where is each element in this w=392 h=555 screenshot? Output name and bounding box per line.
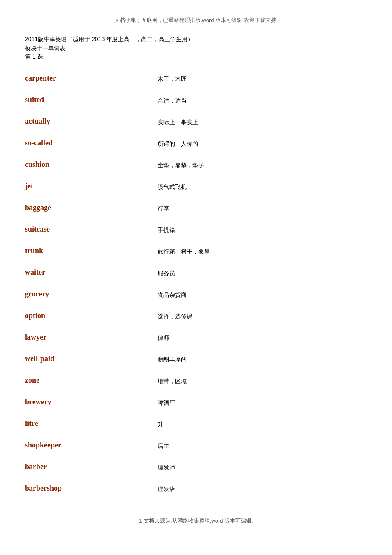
word-english: barbershop bbox=[25, 483, 133, 493]
word-english: suitcase bbox=[25, 224, 133, 234]
word-row: option选择，选修课 bbox=[25, 306, 367, 328]
word-chinese: 手提箱 bbox=[133, 224, 367, 234]
word-row: brewery啤酒厂 bbox=[25, 393, 367, 414]
word-chinese: 坐垫，靠垫，垫子 bbox=[133, 159, 367, 169]
word-chinese: 升 bbox=[133, 418, 367, 428]
word-chinese: 食品杂货商 bbox=[133, 289, 367, 299]
footer-note: 1 文档来源为:从网络收集整理.word 版本可编辑. bbox=[25, 517, 367, 525]
word-english: barber bbox=[25, 462, 133, 471]
word-chinese: 选择，选修课 bbox=[133, 311, 367, 320]
word-english: suited bbox=[25, 95, 133, 104]
word-english: well-paid bbox=[25, 354, 133, 363]
word-english: cushion bbox=[25, 159, 133, 169]
word-chinese: 理发店 bbox=[133, 483, 367, 493]
word-chinese: 地带，区域 bbox=[133, 375, 367, 385]
word-row: zone地带，区域 bbox=[25, 371, 367, 393]
word-row: waiter服务员 bbox=[25, 263, 367, 285]
word-row: actually实际上，事实上 bbox=[25, 112, 367, 134]
word-chinese: 木工，木匠 bbox=[133, 73, 367, 83]
word-chinese: 行李 bbox=[133, 203, 367, 213]
page: 文档收集于互联网，已重新整理排版.word 版本可编辑.欢迎下载支持. 2011… bbox=[0, 0, 392, 555]
word-chinese: 薪酬丰厚的 bbox=[133, 354, 367, 364]
word-english: option bbox=[25, 311, 133, 320]
word-english: carpenter bbox=[25, 73, 133, 83]
word-row: barbershop理发店 bbox=[25, 479, 367, 501]
word-list: carpenter木工，木匠suited合适，适当actually实际上，事实上… bbox=[25, 69, 367, 501]
word-chinese: 喷气式飞机 bbox=[133, 181, 367, 191]
word-english: baggage bbox=[25, 203, 133, 212]
word-row: shopkeeper店主 bbox=[25, 436, 367, 457]
word-chinese: 所谓的，人称的 bbox=[133, 138, 367, 148]
word-english: jet bbox=[25, 181, 133, 191]
header-note: 文档收集于互联网，已重新整理排版.word 版本可编辑.欢迎下载支持. bbox=[25, 17, 367, 24]
word-chinese: 旅行箱，树干，象鼻 bbox=[133, 246, 367, 256]
word-chinese: 合适，适当 bbox=[133, 95, 367, 105]
word-english: so-called bbox=[25, 138, 133, 147]
word-english: actually bbox=[25, 116, 133, 126]
word-chinese: 店主 bbox=[133, 440, 367, 450]
word-row: jet喷气式飞机 bbox=[25, 177, 367, 198]
word-chinese: 啤酒厂 bbox=[133, 397, 367, 407]
word-row: baggage行李 bbox=[25, 198, 367, 220]
doc-subtitle: 模块十一单词表 bbox=[25, 45, 367, 52]
word-row: lawyer律师 bbox=[25, 328, 367, 350]
word-row: trunk旅行箱，树干，象鼻 bbox=[25, 242, 367, 263]
word-chinese: 律师 bbox=[133, 332, 367, 342]
word-row: litre升 bbox=[25, 414, 367, 436]
word-english: lawyer bbox=[25, 332, 133, 342]
word-english: brewery bbox=[25, 397, 133, 406]
word-row: barber理发师 bbox=[25, 457, 367, 479]
word-row: so-called所谓的，人称的 bbox=[25, 134, 367, 155]
word-chinese: 理发师 bbox=[133, 462, 367, 472]
word-english: trunk bbox=[25, 246, 133, 255]
word-row: suitcase手提箱 bbox=[25, 220, 367, 242]
doc-title: 2011版牛津英语（适用于 2013 年度上高一，高二，高三学生用） bbox=[25, 36, 367, 43]
word-row: cushion坐垫，靠垫，垫子 bbox=[25, 155, 367, 177]
word-english: waiter bbox=[25, 267, 133, 277]
word-chinese: 服务员 bbox=[133, 267, 367, 277]
word-english: litre bbox=[25, 418, 133, 428]
word-row: suited合适，适当 bbox=[25, 90, 367, 112]
doc-lesson: 第 1 课 bbox=[25, 53, 367, 61]
word-row: carpenter木工，木匠 bbox=[25, 69, 367, 90]
word-row: well-paid薪酬丰厚的 bbox=[25, 350, 367, 371]
word-english: shopkeeper bbox=[25, 440, 133, 450]
word-row: grocery食品杂货商 bbox=[25, 285, 367, 306]
word-english: grocery bbox=[25, 289, 133, 298]
word-english: zone bbox=[25, 375, 133, 385]
word-chinese: 实际上，事实上 bbox=[133, 116, 367, 126]
